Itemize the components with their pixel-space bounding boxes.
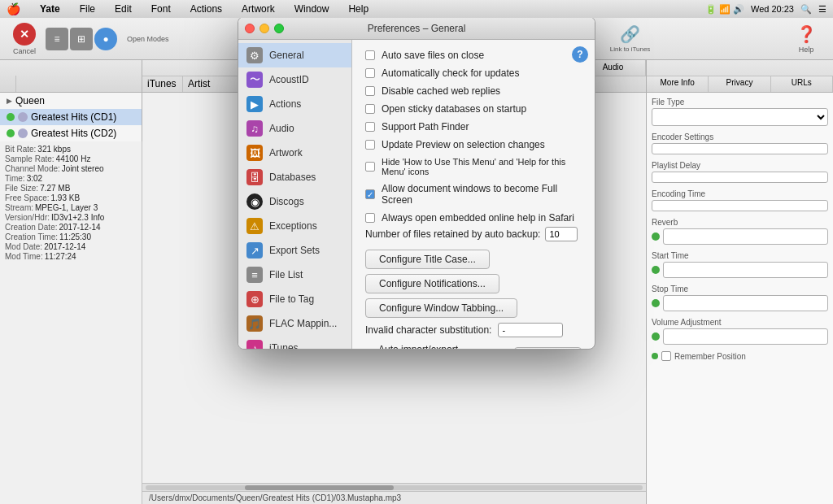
nav-general-label: General [269,50,304,61]
menu-file[interactable]: File [76,2,98,15]
nav-artwork-label: Artwork [269,147,303,159]
configure-notifications-button[interactable]: Configure Notifications... [365,274,499,293]
dialog-overlay: Preferences – General ⚙ General 〜 Acoust… [0,0,833,504]
configure-window-tabbing-button[interactable]: Configure Window Tabbing... [365,298,517,318]
spotlight-icon[interactable]: 🔍 [800,4,812,15]
pref-invalid-char: Invalid character substitution: [365,323,582,337]
nav-acoustid[interactable]: 〜 AcoustID [238,67,351,92]
gear-icon: ⚙ [246,47,263,63]
nav-exportsets[interactable]: ↗ Export Sets [238,238,351,263]
nav-exceptions[interactable]: ⚠ Exceptions [238,214,351,238]
audio-nav-icon: ♫ [246,120,263,137]
db-icon: 🗄 [246,169,263,185]
menu-bar-right: 🔋 📶 🔊 Wed 20:23 🔍 ☰ [705,4,826,15]
nav-actions-label: Actions [269,98,301,110]
list-icon: ≡ [246,267,263,283]
allowfullscreen-checkbox[interactable]: ✓ [365,189,375,199]
nav-audio[interactable]: ♫ Audio [238,116,351,141]
pref-allowfullscreen: ✓ Allow document windows to become Full … [365,183,582,206]
menu-help[interactable]: Help [345,2,372,15]
nav-databases-label: Databases [269,172,316,183]
dialog-sidebar: ⚙ General 〜 AcoustID ▶ Actions ♫ Audio 🖼 [238,40,352,349]
backup-input[interactable] [545,227,578,241]
menu-bar: 🍎 Yate File Edit Font Actions Artwork Wi… [0,0,833,18]
pref-updatepreview: Update Preview on selection changes [365,139,582,150]
nav-discogs-label: Discogs [269,196,304,207]
nav-flac-label: FLAC Mappin... [269,318,337,329]
menu-font[interactable]: Font [148,2,174,15]
nav-general[interactable]: ⚙ General [238,43,351,67]
supportpath-label: Support Path Finder [382,121,469,133]
menu-yate[interactable]: Yate [37,2,63,15]
nav-artwork[interactable]: 🖼 Artwork [238,141,351,165]
nav-discogs[interactable]: ◉ Discogs [238,189,351,214]
wave-icon: 〜 [246,72,263,88]
pref-autoimport: Auto import/export preferences file: Con… [365,344,582,349]
nav-filelist-label: File List [269,269,303,280]
dialog-titlebar: Preferences – General [238,17,595,40]
actions-nav-icon: ▶ [246,96,263,112]
pref-alwaysopen: Always open embedded online help in Safa… [365,212,582,224]
apple-menu[interactable]: 🍎 [7,2,20,15]
autosave-checkbox[interactable] [365,50,375,60]
supportpath-checkbox[interactable] [365,122,375,132]
disablecache-label: Disable cached web replies [382,85,500,97]
configure-btn[interactable]: Configure... [514,347,582,349]
pref-hidehow: Hide 'How to Use This Menu' and 'Help fo… [365,157,582,176]
flac-icon: 🎵 [246,315,263,332]
minimize-button[interactable] [259,24,269,33]
alwaysopen-label: Always open embedded online help in Safa… [382,212,574,224]
openstickydb-label: Open sticky databases on startup [382,103,526,115]
clock: Wed 20:23 [751,4,794,14]
alwaysopen-checkbox[interactable] [365,213,375,223]
allowfullscreen-label: Allow document windows to become Full Sc… [382,183,582,206]
autoimport-label: Auto import/export preferences file: [378,344,511,349]
nav-actions[interactable]: ▶ Actions [238,92,351,116]
disablecache-checkbox[interactable] [365,86,375,96]
nav-itunes[interactable]: ♪ iTunes [238,336,351,349]
pref-disablecache: Disable cached web replies [365,85,582,97]
nav-exceptions-label: Exceptions [269,220,317,232]
nav-acoustid-label: AcoustID [269,74,309,85]
menu-window[interactable]: Window [291,2,333,15]
nav-flac[interactable]: 🎵 FLAC Mappin... [238,311,351,336]
filetag-icon: ⊕ [246,291,263,307]
preferences-dialog: Preferences – General ⚙ General 〜 Acoust… [238,16,595,350]
export-icon: ↗ [246,242,263,259]
backup-label: Number of files retained by auto backup: [365,228,540,240]
pref-backup: Number of files retained by auto backup: [365,227,582,241]
hidehow-checkbox[interactable] [365,162,375,172]
nav-databases[interactable]: 🗄 Databases [238,165,351,189]
system-icons: 🔋 📶 🔊 [705,4,744,15]
updatepreview-label: Update Preview on selection changes [382,139,545,150]
nav-filetotag[interactable]: ⊕ File to Tag [238,287,351,311]
invalid-label: Invalid character substitution: [365,324,491,336]
nav-filelist[interactable]: ≡ File List [238,263,351,287]
openstickydb-checkbox[interactable] [365,104,375,114]
menu-edit[interactable]: Edit [111,2,135,15]
updatepreview-checkbox[interactable] [365,140,375,150]
close-button[interactable] [245,24,255,33]
maximize-button[interactable] [274,24,284,33]
pref-autoupdate: Automatically check for updates [365,67,582,79]
autoupdate-label: Automatically check for updates [382,67,519,79]
help-button-dialog[interactable]: ? [572,46,588,63]
dialog-body: ⚙ General 〜 AcoustID ▶ Actions ♫ Audio 🖼 [238,40,595,349]
hidehow-label: Hide 'How to Use This Menu' and 'Help fo… [382,157,582,176]
artwork-nav-icon: 🖼 [246,145,263,161]
configure-title-case-button[interactable]: Configure Title Case... [365,250,490,269]
invalid-input[interactable] [498,323,563,337]
autoupdate-checkbox[interactable] [365,68,375,78]
itunes-icon: ♪ [246,340,263,349]
dialog-title: Preferences – General [368,23,466,34]
notification-icon[interactable]: ☰ [818,4,826,15]
nav-audio-label: Audio [269,123,294,134]
exc-icon: ⚠ [246,218,263,234]
menu-actions[interactable]: Actions [187,2,225,15]
disc-icon: ◉ [246,193,263,210]
menu-artwork[interactable]: Artwork [238,2,278,15]
nav-filetotag-label: File to Tag [269,293,314,305]
pref-openstickydb: Open sticky databases on startup [365,103,582,115]
nav-itunes-label: iTunes [269,342,299,349]
pref-autosave: Auto save files on close [365,50,582,61]
